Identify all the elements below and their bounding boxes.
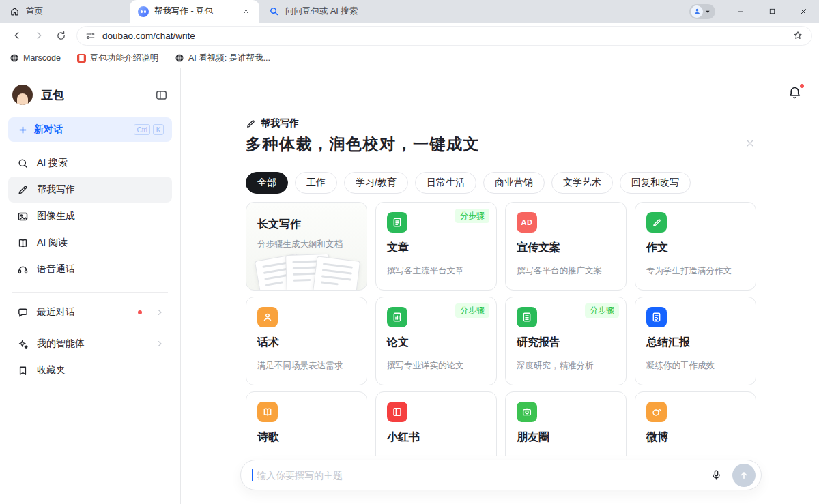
step-badge: 分步骤	[455, 209, 489, 223]
card-essay[interactable]: 作文 专为学生打造满分作文	[635, 202, 756, 291]
sidebar-section-recent-chats[interactable]: 最近对话	[8, 299, 172, 325]
sidebar-divider	[12, 292, 168, 293]
card-title: 总结汇报	[646, 336, 745, 350]
doc-favicon	[77, 54, 86, 63]
card-title: 论文	[387, 336, 485, 350]
pencil-icon	[646, 212, 667, 233]
article-icon	[387, 212, 407, 233]
filter-work[interactable]: 工作	[295, 172, 337, 194]
card-research-report[interactable]: 分步骤 研究报告 深度研究，精准分析	[505, 297, 627, 385]
notification-bell-icon[interactable]	[788, 85, 803, 100]
filter-literature[interactable]: 文学艺术	[551, 172, 613, 194]
new-chat-button[interactable]: 新对话 Ctrl K	[8, 117, 172, 142]
microphone-icon[interactable]	[705, 464, 727, 486]
sidebar-item-label: AI 阅读	[37, 237, 68, 249]
address-bar[interactable]: doubao.com/chat/write	[76, 26, 812, 46]
tab-label: 帮我写作 - 豆包	[154, 5, 235, 17]
bookmark-doubao-guide[interactable]: 豆包功能介绍说明	[77, 53, 158, 64]
sidebar-item-help-me-write[interactable]: 帮我写作	[8, 177, 172, 203]
sidebar-header: 豆包	[8, 85, 172, 105]
sidebar-item-label: 收藏夹	[37, 364, 66, 376]
card-subtitle: 专为学生打造满分作文	[646, 265, 745, 277]
filter-all[interactable]: 全部	[246, 172, 288, 194]
sidebar-item-image-generation[interactable]: 图像生成	[8, 203, 172, 229]
card-talk-script[interactable]: 话术 满足不同场景表达需求	[246, 297, 367, 385]
doubao-app: 豆包 新对话 Ctrl K AI 搜索	[0, 68, 819, 504]
sidebar-section-my-agents[interactable]: 我的智能体	[8, 331, 172, 357]
ad-icon: AD	[517, 212, 537, 233]
bookmark-marscode[interactable]: Marscode	[10, 53, 61, 63]
card-title: 文章	[387, 241, 485, 255]
browser-tab-bar: 首页 帮我写作 - 豆包 问问豆包或 AI 搜索	[0, 0, 819, 23]
sidebar-item-ai-reading[interactable]: AI 阅读	[8, 230, 172, 256]
ad-text: AD	[521, 218, 533, 226]
bookmark-label: 豆包功能介绍说明	[90, 53, 158, 64]
page-title: 多种体裁，润色校对，一键成文	[246, 134, 480, 155]
key-k: K	[153, 124, 164, 135]
bookmark-ai-video[interactable]: AI 看视频: 是谁帮我...	[175, 53, 270, 64]
composer-area	[181, 456, 819, 504]
forward-button[interactable]	[29, 25, 49, 46]
card-title: 研究报告	[517, 336, 615, 350]
dismiss-banner-icon[interactable]	[745, 138, 756, 149]
sidebar-item-ai-search[interactable]: AI 搜索	[8, 150, 172, 176]
poetry-book-icon	[257, 402, 278, 422]
sidebar-item-label: 语音通话	[37, 263, 75, 276]
chat-bubble-icon	[16, 306, 29, 318]
url-text: doubao.com/chat/write	[102, 31, 195, 41]
card-subtitle: 撰写各主流平台文章	[387, 265, 485, 277]
card-long-writing[interactable]: 长文写作 分步骤生成大纲和文档	[246, 202, 367, 291]
sparkle-icon	[16, 338, 29, 350]
reload-button[interactable]	[51, 25, 71, 46]
tab-doubao-search[interactable]: 问问豆包或 AI 搜索	[259, 0, 389, 23]
tab-label: 问问豆包或 AI 搜索	[285, 5, 381, 17]
browser-window: 首页 帮我写作 - 豆包 问问豆包或 AI 搜索	[0, 0, 819, 504]
book-icon	[16, 237, 29, 249]
bookmark-star-icon[interactable]	[792, 30, 803, 41]
key-ctrl: Ctrl	[134, 124, 150, 135]
app-name: 豆包	[41, 87, 64, 103]
card-title: 微博	[646, 430, 745, 445]
filter-study[interactable]: 学习/教育	[344, 172, 408, 194]
card-subtitle: 撰写专业详实的论文	[387, 360, 485, 372]
filter-daily-life[interactable]: 日常生活	[415, 172, 476, 194]
bookmarks-bar: Marscode 豆包功能介绍说明 AI 看视频: 是谁帮我...	[0, 48, 819, 68]
search-icon	[16, 157, 29, 169]
site-settings-icon[interactable]	[85, 31, 96, 41]
writing-cards-grid: 长文写作 分步骤生成大纲和文档 分步骤 文章 撰写各主流平台文章	[246, 202, 756, 480]
minimize-button[interactable]	[725, 0, 756, 23]
tab-home[interactable]: 首页	[0, 0, 130, 23]
composer[interactable]	[240, 460, 762, 490]
new-chat-label: 新对话	[34, 123, 63, 136]
maximize-button[interactable]	[756, 0, 788, 23]
sidebar-section-favorites[interactable]: 收藏夹	[8, 357, 172, 383]
browser-profile-button[interactable]	[689, 4, 715, 19]
plus-icon	[16, 123, 29, 136]
close-window-button[interactable]	[788, 0, 819, 23]
filter-reply-rewrite[interactable]: 回复和改写	[620, 172, 691, 194]
chart-doc-icon	[387, 307, 407, 327]
back-button[interactable]	[7, 25, 27, 46]
globe-icon	[175, 53, 184, 63]
filter-chips: 全部 工作 学习/教育 日常生活 商业营销 文学艺术 回复和改写	[246, 172, 691, 194]
bookmark-label: AI 看视频: 是谁帮我...	[188, 53, 270, 64]
tab-doubao-write[interactable]: 帮我写作 - 豆包	[130, 0, 259, 23]
main-content: 帮我写作 多种体裁，润色校对，一键成文 全部 工作 学习/教育 日常生活 商业营…	[181, 68, 819, 504]
collapse-sidebar-icon[interactable]	[155, 89, 168, 102]
sidebar-item-voice-call[interactable]: 语音通话	[8, 256, 172, 282]
bookmark-icon	[16, 364, 29, 376]
send-button[interactable]	[732, 464, 756, 487]
tab-close-icon[interactable]	[240, 6, 251, 17]
notification-dot	[800, 84, 804, 88]
summary-doc-icon	[646, 307, 667, 327]
card-summary-report[interactable]: 总结汇报 凝练你的工作成效	[635, 297, 756, 385]
sidebar-item-label: 帮我写作	[37, 183, 75, 196]
card-thesis[interactable]: 分步骤 论文 撰写专业详实的论文	[375, 297, 497, 385]
step-badge: 分步骤	[455, 303, 489, 318]
weibo-icon	[646, 402, 667, 422]
topic-input[interactable]	[257, 470, 705, 481]
card-promo-copy[interactable]: AD 宣传文案 撰写各平台的推广文案	[505, 202, 627, 291]
card-article[interactable]: 分步骤 文章 撰写各主流平台文章	[375, 202, 497, 291]
filter-marketing[interactable]: 商业营销	[483, 172, 545, 194]
card-title: 朋友圈	[517, 430, 615, 445]
